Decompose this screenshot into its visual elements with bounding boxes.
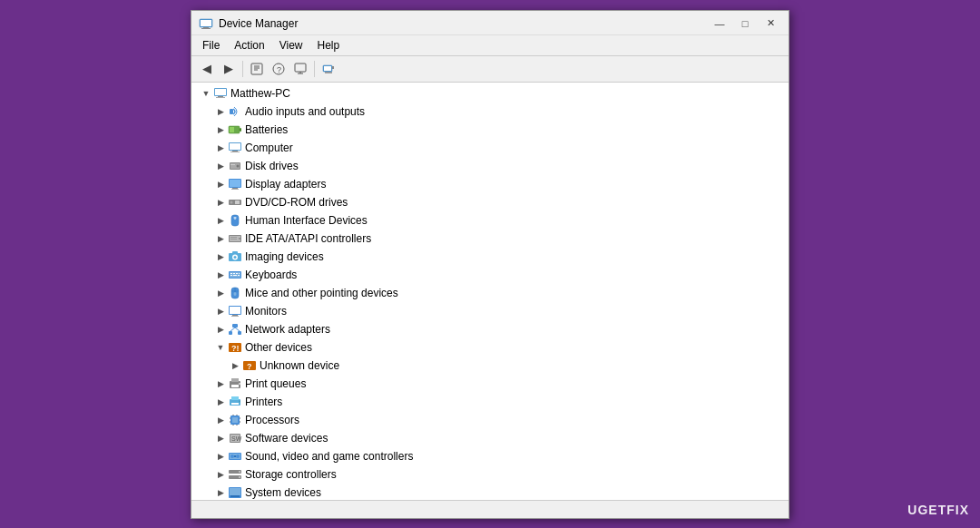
maximize-button[interactable]: □: [734, 16, 756, 31]
unknown-label: Unknown device: [260, 359, 339, 372]
svg-rect-28: [230, 152, 240, 152]
forward-button[interactable]: ▶: [219, 59, 239, 79]
tree-printers[interactable]: ▶ Printers: [191, 393, 789, 411]
tree-keyboards[interactable]: ▶ Keyboards: [191, 266, 789, 284]
svg-rect-69: [232, 324, 238, 328]
other-label: Other devices: [245, 341, 312, 354]
svg-rect-59: [233, 275, 237, 276]
tree-hid[interactable]: ▶ Human Interface Devices: [191, 211, 789, 230]
close-button[interactable]: ✕: [760, 16, 781, 31]
scan-button[interactable]: [318, 59, 338, 79]
imaging-label: Imaging devices: [245, 250, 324, 263]
network-label: Network adapters: [245, 323, 330, 336]
monitors-icon: [228, 304, 242, 318]
tree-audio[interactable]: ▶ Audio inputs and outputs: [191, 103, 789, 121]
svg-rect-109: [230, 488, 240, 495]
dvd-expand: ▶: [213, 195, 228, 210]
svg-rect-35: [232, 188, 238, 189]
svg-rect-18: [215, 89, 226, 95]
svg-rect-15: [332, 66, 334, 69]
network-icon: [228, 322, 242, 337]
help-button[interactable]: ?: [269, 59, 289, 79]
toolbar-separator-2: [314, 61, 315, 77]
svg-point-64: [234, 292, 237, 296]
svg-line-73: [235, 328, 240, 331]
ide-icon: [228, 231, 242, 246]
printers-label: Printers: [245, 396, 282, 408]
svg-rect-40: [231, 215, 239, 226]
sound-expand: ▶: [213, 449, 228, 464]
tree-computer[interactable]: ▶ Computer: [191, 139, 789, 157]
minimize-button[interactable]: —: [709, 16, 730, 31]
tree-printq[interactable]: ▶ Print queues: [191, 375, 789, 393]
menu-action[interactable]: Action: [227, 37, 271, 54]
svg-rect-85: [239, 400, 240, 402]
storage-label: Storage controllers: [245, 468, 337, 481]
tree-unknown[interactable]: ▶ ? Unknown device: [191, 357, 789, 375]
back-button[interactable]: ◀: [197, 59, 217, 79]
tree-display[interactable]: ▶ Display adapters: [191, 175, 789, 193]
menu-file[interactable]: File: [195, 37, 227, 54]
computer-label: Computer: [245, 142, 293, 154]
ide-label: IDE ATA/ATAPI controllers: [245, 232, 371, 245]
tree-processors[interactable]: ▶ Processors: [191, 411, 789, 429]
root-label: Matthew-PC: [230, 87, 290, 100]
tree-ide[interactable]: ▶ IDE ATA/ATAPI controllers: [191, 230, 789, 248]
toolbar: ◀ ▶ ?: [191, 56, 789, 83]
title-bar-left: Device Manager: [199, 16, 298, 31]
printq-expand: ▶: [213, 376, 228, 391]
svg-rect-26: [230, 143, 240, 150]
disk-icon: [228, 159, 242, 173]
tree-software[interactable]: ▶ SW Software devices: [191, 429, 789, 447]
tree-other[interactable]: ▼ ?! Other devices: [191, 338, 789, 357]
sound-icon: [228, 449, 242, 464]
menu-view[interactable]: View: [272, 37, 310, 54]
tree-dvd[interactable]: ▶ DVD/CD-ROM drives: [191, 193, 789, 211]
tree-mice[interactable]: ▶ Mice and other pointing devices: [191, 284, 789, 302]
storage-icon: [228, 467, 242, 482]
tree-root[interactable]: ▼ Matthew-PC: [191, 84, 789, 103]
svg-rect-110: [230, 495, 240, 497]
computer-expand: ▶: [213, 141, 228, 155]
software-icon: SW: [228, 431, 242, 445]
update-button[interactable]: [290, 59, 310, 79]
printers-expand: ▶: [213, 395, 228, 409]
tree-imaging[interactable]: ▶ Imaging devices: [191, 248, 789, 266]
audio-expand: ▶: [213, 104, 228, 119]
svg-rect-2: [201, 28, 211, 29]
svg-point-107: [239, 476, 240, 478]
svg-rect-56: [236, 273, 238, 274]
svg-rect-55: [233, 273, 235, 274]
mice-label: Mice and other pointing devices: [245, 287, 398, 299]
svg-rect-84: [231, 403, 239, 405]
svg-point-31: [237, 164, 240, 167]
system-expand: ▶: [213, 485, 228, 500]
tree-storage[interactable]: ▶ Storage controllers: [191, 465, 789, 484]
audio-label: Audio inputs and outputs: [245, 105, 365, 118]
imaging-icon: [228, 249, 242, 264]
window-title: Device Manager: [219, 17, 298, 30]
tree-system[interactable]: ▶ System devices: [191, 484, 789, 500]
svg-rect-81: [239, 383, 240, 385]
processors-expand: ▶: [213, 413, 228, 427]
svg-rect-10: [295, 64, 306, 72]
tree-monitors[interactable]: ▶ Monitors: [191, 302, 789, 320]
svg-rect-103: [234, 455, 236, 457]
svg-rect-87: [232, 417, 238, 423]
svg-point-101: [230, 455, 234, 458]
processors-label: Processors: [245, 414, 299, 426]
svg-rect-24: [230, 127, 234, 132]
tree-network[interactable]: ▶ Network adapters: [191, 320, 789, 338]
other-expand: ▼: [213, 340, 228, 355]
menu-help[interactable]: Help: [310, 37, 348, 54]
device-tree[interactable]: ▼ Matthew-PC ▶ Audio inpu: [191, 83, 789, 500]
unknown-expand: ▶: [228, 358, 242, 373]
svg-text:?!: ?!: [231, 344, 240, 353]
properties-button[interactable]: [247, 59, 267, 79]
tree-sound[interactable]: ▶ Sound, video and game controllers: [191, 447, 789, 465]
audio-icon: [228, 104, 242, 119]
disk-label: Disk drives: [245, 160, 299, 172]
tree-disk[interactable]: ▶ Disk drives: [191, 157, 789, 175]
tree-batteries[interactable]: ▶ Batteries: [191, 121, 789, 139]
root-expand-icon: ▼: [199, 86, 213, 101]
